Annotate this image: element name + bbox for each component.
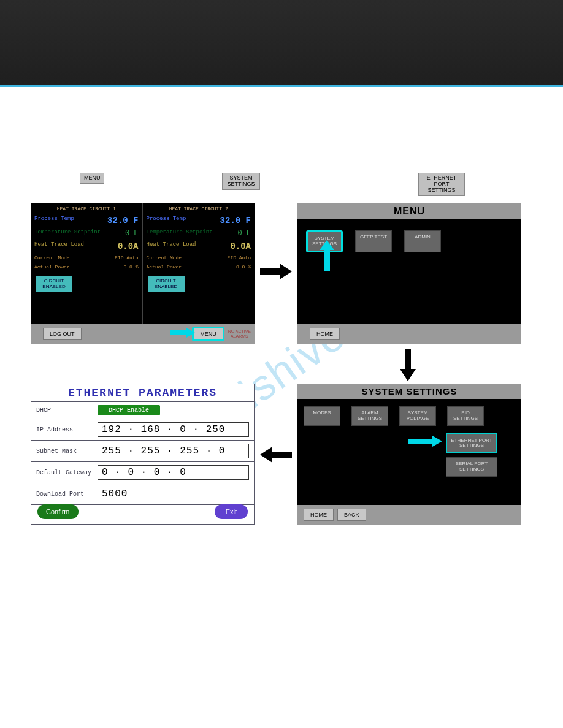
logout-button[interactable]: LOG OUT (43, 328, 82, 340)
mini-menu-label: MENU (80, 173, 104, 184)
arrow-right-icon (170, 328, 195, 338)
process-temp-label: Process Temp (147, 216, 186, 226)
alarm-status: NO ACTIVE ALARMS (228, 329, 255, 338)
page-content: MENU SYSTEM SETTINGS ETHERNET PORT SETTI… (0, 87, 563, 559)
ethernet-parameters-title: ETHERNET PARAMETERS (31, 384, 254, 401)
temp-setpoint-label: Temperature Setpoint (147, 229, 213, 238)
actual-power-label: Actual Power (34, 264, 70, 270)
temp-setpoint-value: 0 F (125, 229, 139, 238)
flow-arrow-right-icon (260, 262, 292, 281)
home-button[interactable]: HOME (304, 509, 334, 521)
svg-marker-0 (320, 240, 334, 271)
menu-panel: MENU SYSTEM SETTINGS GFEP TEST ADMIN HOM… (297, 203, 521, 344)
screenshot-grid: manualshive.com HEAT TRACE CIRCUIT 1 Pro… (31, 203, 521, 547)
arrow-right-icon (408, 436, 442, 447)
current-mode-value: PID Auto (115, 255, 138, 260)
system-settings-panel: SYSTEM SETTINGS MODES ALARM SETTINGS SYS… (297, 384, 521, 525)
ethernet-port-settings-button[interactable]: ETHERNET PORT SETTINGS (446, 433, 497, 454)
mini-system-settings-label: SYSTEM SETTINGS (222, 173, 260, 190)
actual-power-value: 0.0 % (123, 264, 138, 270)
menu-title: MENU (297, 203, 521, 219)
ip-address-field[interactable]: 192 · 168 · 0 · 250 (98, 422, 249, 437)
confirm-button[interactable]: Confirm (37, 504, 79, 519)
alarm-settings-button[interactable]: ALARM SETTINGS (351, 406, 388, 426)
default-gateway-label: Default Gateway (36, 469, 98, 476)
heat-trace-panel: HEAT TRACE CIRCUIT 1 Process Temp32.0 F … (31, 203, 255, 344)
actual-power-value: 0.0 % (236, 264, 251, 270)
svg-marker-1 (408, 436, 442, 447)
heat-trace-load-label: Heat Trace Load (147, 241, 196, 251)
serial-port-settings-button[interactable]: SERIAL PORT SETTINGS (446, 457, 497, 477)
exit-button[interactable]: Exit (215, 504, 248, 519)
system-settings-footer: HOME BACK (297, 505, 521, 525)
arrow-up-icon (320, 240, 334, 271)
pid-settings-button[interactable]: PID SETTINGS (447, 406, 484, 426)
circuit-enabled-button[interactable]: CIRCUIT ENABLED (36, 276, 72, 292)
page-header-band (0, 0, 563, 87)
home-button[interactable]: HOME (310, 328, 340, 340)
svg-marker-2 (260, 264, 292, 279)
process-temp-value: 32.0 F (220, 216, 251, 226)
heat-trace-load-value: 0.0A (230, 241, 251, 251)
process-temp-value: 32.0 F (107, 216, 138, 226)
menu-button[interactable]: MENU (192, 327, 224, 341)
dhcp-label: DHCP (36, 407, 98, 414)
heat-trace-load-value: 0.0A (118, 241, 139, 251)
flow-arrow-down-icon (399, 349, 417, 381)
circuit-2-title: HEAT TRACE CIRCUIT 2 (143, 203, 255, 214)
heat-trace-footer: LOG OUT MENU NO ACTIVE ALARMS (31, 324, 255, 344)
temp-setpoint-label: Temperature Setpoint (34, 229, 101, 238)
ip-address-label: IP Address (36, 427, 98, 433)
admin-button[interactable]: ADMIN (404, 230, 441, 252)
process-temp-label: Process Temp (34, 216, 74, 226)
default-gateway-field[interactable]: 0 · 0 · 0 · 0 (98, 465, 249, 480)
subnet-mask-label: Subnet Mask (36, 448, 98, 455)
heat-trace-load-label: Heat Trace Load (34, 241, 84, 251)
dhcp-enable-button[interactable]: DHCP Enable (98, 405, 160, 415)
menu-footer: HOME (297, 324, 521, 344)
download-port-label: Download Port (36, 491, 98, 498)
current-mode-value: PID Auto (228, 255, 251, 260)
modes-button[interactable]: MODES (304, 406, 340, 426)
actual-power-label: Actual Power (147, 264, 182, 270)
svg-marker-4 (260, 447, 292, 463)
gfep-test-button[interactable]: GFEP TEST (355, 230, 392, 252)
back-button[interactable]: BACK (337, 509, 366, 521)
subnet-mask-field[interactable]: 255 · 255 · 255 · 0 (98, 444, 249, 458)
flow-arrow-left-icon (260, 446, 292, 464)
temp-setpoint-value: 0 F (237, 229, 251, 238)
ethernet-parameters-panel: ETHERNET PARAMETERS DHCPDHCP Enable IP A… (31, 384, 255, 525)
system-voltage-button[interactable]: SYSTEM VOLTAGE (399, 406, 436, 426)
svg-marker-3 (400, 349, 416, 381)
circuit-enabled-button[interactable]: CIRCUIT ENABLED (148, 276, 185, 292)
system-settings-title: SYSTEM SETTINGS (297, 384, 521, 399)
mini-ethernet-port-settings-label: ETHERNET PORT SETTINGS (418, 173, 465, 196)
label-row: MENU SYSTEM SETTINGS ETHERNET PORT SETTI… (31, 173, 532, 197)
svg-marker-5 (170, 328, 195, 338)
download-port-field[interactable]: 5000 (98, 487, 140, 501)
current-mode-label: Current Mode (34, 255, 70, 260)
circuit-1-title: HEAT TRACE CIRCUIT 1 (31, 203, 142, 214)
current-mode-label: Current Mode (147, 255, 182, 260)
